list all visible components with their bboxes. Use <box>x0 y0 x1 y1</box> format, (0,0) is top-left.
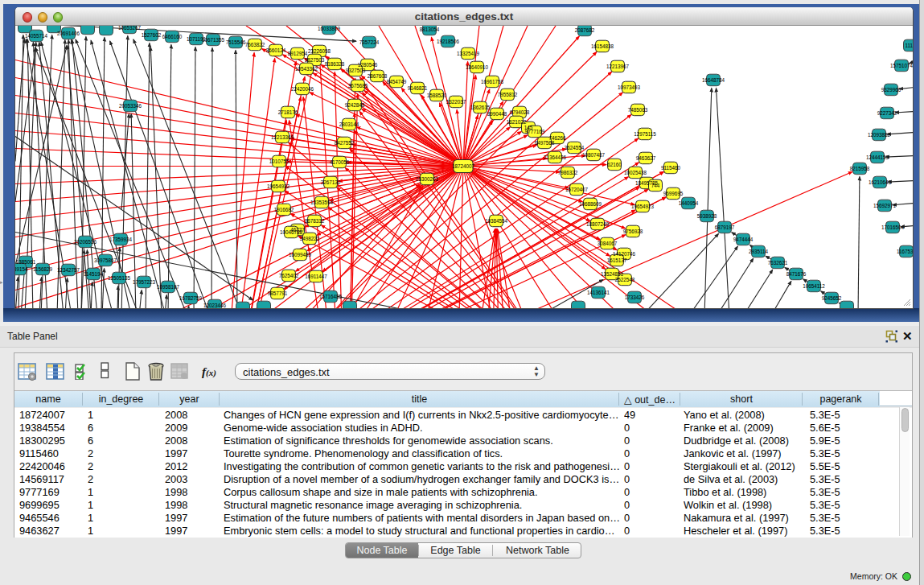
svg-text:18724007: 18724007 <box>452 163 475 168</box>
svg-text:9827503: 9827503 <box>305 56 325 62</box>
svg-text:8813054: 8813054 <box>420 26 440 31</box>
svg-text:1167534: 1167534 <box>897 248 913 253</box>
svg-text:6879197: 6879197 <box>715 224 735 229</box>
svg-text:14136141: 14136141 <box>587 289 610 295</box>
svg-text:21364436: 21364436 <box>544 154 567 159</box>
svg-text:939154: 939154 <box>15 266 28 271</box>
svg-text:5322037: 5322037 <box>446 98 466 104</box>
svg-text:16648784: 16648784 <box>702 76 725 82</box>
svg-text:2718176: 2718176 <box>278 109 298 114</box>
svg-text:17957223: 17957223 <box>133 278 156 284</box>
svg-text:1112: 1112 <box>905 42 913 47</box>
svg-text:10653267: 10653267 <box>118 26 142 31</box>
svg-text:1440954: 1440954 <box>679 200 699 205</box>
svg-text:8186328: 8186328 <box>325 60 345 66</box>
svg-text:8678312: 8678312 <box>305 217 325 223</box>
svg-text:1615137: 1615137 <box>607 257 627 262</box>
svg-text:10958107: 10958107 <box>157 283 180 289</box>
svg-text:6794028: 6794028 <box>510 109 530 114</box>
svg-text:13325419: 13325419 <box>457 50 480 56</box>
svg-text:12093882: 12093882 <box>868 131 891 137</box>
svg-text:10807487: 10807487 <box>582 151 606 157</box>
svg-text:9245652: 9245652 <box>822 295 842 300</box>
svg-text:12023446: 12023446 <box>203 302 227 307</box>
svg-text:5938928: 5938928 <box>697 212 717 218</box>
svg-text:1588520: 1588520 <box>427 92 447 97</box>
svg-text:16782759: 16782759 <box>179 295 203 300</box>
svg-text:8660124: 8660124 <box>266 47 286 52</box>
svg-text:20691406: 20691406 <box>57 30 80 35</box>
svg-text:1280546: 1280546 <box>358 61 378 67</box>
svg-text:16210643: 16210643 <box>869 179 892 184</box>
svg-text:16154838: 16154838 <box>591 43 614 48</box>
svg-text:19218506: 19218506 <box>437 38 460 43</box>
svg-text:12444153: 12444153 <box>866 154 889 159</box>
svg-text:9756928: 9756928 <box>623 228 643 233</box>
svg-text:15716485: 15716485 <box>319 293 343 299</box>
svg-text:7663822: 7663822 <box>245 41 265 47</box>
svg-text:9857791: 9857791 <box>268 290 288 295</box>
svg-text:12213967: 12213967 <box>606 63 630 68</box>
svg-text:9242848: 9242848 <box>345 101 365 107</box>
svg-text:3084067: 3084067 <box>598 240 618 245</box>
svg-text:10046788: 10046788 <box>280 229 303 234</box>
svg-text:12975115: 12975115 <box>634 130 656 136</box>
svg-text:17359934: 17359934 <box>109 236 133 241</box>
svg-text:9329966: 9329966 <box>881 86 901 92</box>
svg-text:8454749: 8454749 <box>387 78 407 84</box>
svg-text:7955812: 7955812 <box>498 91 518 97</box>
svg-text:19654923: 19654923 <box>631 203 655 208</box>
svg-text:9146821: 9146821 <box>408 84 428 90</box>
svg-text:12342757: 12342757 <box>57 266 80 272</box>
svg-text:3675685: 3675685 <box>348 82 368 88</box>
svg-text:20053346: 20053346 <box>119 102 142 108</box>
svg-text:744: 744 <box>651 182 660 187</box>
svg-text:20206536: 20206536 <box>74 238 97 244</box>
svg-text:6497568: 6497568 <box>535 139 555 145</box>
svg-text:10671355: 10671355 <box>202 36 225 42</box>
svg-text:2522548: 2522548 <box>615 276 635 282</box>
svg-text:7485063: 7485063 <box>628 106 648 112</box>
svg-text:1916682: 1916682 <box>274 206 294 212</box>
svg-text:3498222: 3498222 <box>300 235 320 241</box>
svg-text:9777169: 9777169 <box>525 128 545 134</box>
svg-text:15751074: 15751074 <box>890 62 913 68</box>
svg-text:22420046: 22420046 <box>291 85 314 91</box>
svg-text:18807249: 18807249 <box>586 220 610 226</box>
svg-text:7986322: 7986322 <box>558 169 578 175</box>
svg-text:7515546: 7515546 <box>226 39 246 44</box>
svg-text:62160: 62160 <box>607 161 622 167</box>
svg-text:1362615: 1362615 <box>470 104 491 109</box>
svg-text:8912954: 8912954 <box>288 50 308 56</box>
svg-text:25300203: 25300203 <box>416 175 439 181</box>
svg-text:7357224: 7357224 <box>359 39 380 44</box>
svg-text:8990448: 8990448 <box>487 110 507 116</box>
svg-text:6466160: 6466160 <box>162 33 183 39</box>
svg-text:8215958: 8215958 <box>850 165 870 171</box>
svg-text:14120746: 14120746 <box>613 250 636 256</box>
svg-text:2803144: 2803144 <box>339 121 359 126</box>
svg-text:10025438: 10025438 <box>624 169 647 175</box>
svg-text:30975867: 30975867 <box>94 257 117 262</box>
svg-text:1145194: 1145194 <box>84 270 104 276</box>
svg-text:10543362: 10543362 <box>295 65 318 71</box>
svg-text:2867608: 2867608 <box>368 72 388 78</box>
svg-text:9474444: 9474444 <box>733 236 754 241</box>
svg-text:3267130: 3267130 <box>321 179 341 184</box>
svg-text:2087682: 2087682 <box>575 27 595 32</box>
svg-text:19384554: 19384554 <box>485 217 508 223</box>
svg-text:1385061: 1385061 <box>16 258 36 264</box>
svg-text:1156829: 1156829 <box>33 266 53 271</box>
svg-text:9115460: 9115460 <box>661 164 681 170</box>
svg-text:12505135: 12505135 <box>108 274 131 280</box>
svg-text:7625402: 7625402 <box>279 272 299 278</box>
svg-text:9227342: 9227342 <box>877 109 897 115</box>
svg-text:13353594: 13353594 <box>310 199 334 204</box>
svg-text:16961758: 16961758 <box>481 78 504 84</box>
svg-text:1733426: 1733426 <box>625 294 645 299</box>
svg-text:10973493: 10973493 <box>618 84 641 89</box>
svg-text:15720407: 15720407 <box>565 186 589 192</box>
svg-text:9463627: 9463627 <box>636 154 656 160</box>
svg-text:23226058: 23226058 <box>308 47 331 53</box>
svg-text:1010755: 1010755 <box>269 158 290 163</box>
